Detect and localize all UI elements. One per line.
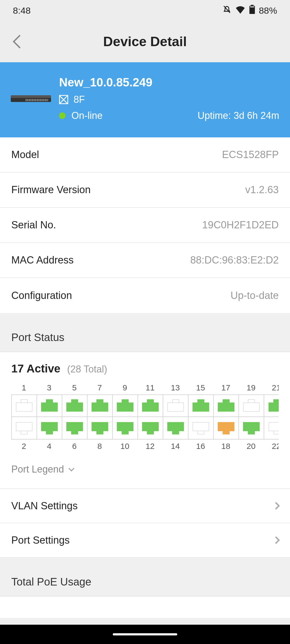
port-legend-toggle[interactable]: Port Legend (11, 451, 279, 480)
port-cell[interactable] (189, 395, 214, 417)
device-details-list: Model ECS1528FP Firmware Version v1.2.63… (0, 137, 290, 313)
ethernet-port-icon (243, 400, 260, 412)
section-header-port-status: Port Status (0, 313, 290, 352)
nav-label: Port Settings (11, 535, 70, 546)
port-cell[interactable] (37, 395, 62, 417)
ethernet-port-icon (16, 400, 32, 412)
port-cell[interactable] (163, 417, 189, 439)
port-label-bottom: 12 (137, 442, 163, 451)
svg-rect-0 (251, 5, 253, 6)
ethernet-port-icon (16, 422, 32, 434)
ethernet-port-icon (117, 400, 133, 412)
detail-value: v1.2.63 (245, 184, 279, 196)
ethernet-port-icon (41, 422, 58, 434)
port-cell[interactable] (88, 417, 113, 439)
port-cell[interactable] (264, 395, 279, 417)
detail-label: Serial No. (11, 219, 56, 231)
port-label-top: 15 (188, 383, 213, 392)
port-cell[interactable] (138, 417, 163, 439)
port-cell[interactable] (12, 395, 37, 417)
port-label-top: 13 (163, 383, 188, 392)
ethernet-port-icon (117, 422, 133, 434)
status-bar: 8:48 88% (0, 0, 290, 21)
ethernet-port-icon (66, 400, 83, 412)
port-label-bottom: 6 (62, 442, 87, 451)
detail-row-model: Model ECS1528FP (0, 137, 290, 173)
port-label-top: 7 (87, 383, 112, 392)
ethernet-port-icon (269, 400, 279, 412)
port-cell[interactable] (62, 395, 88, 417)
ethernet-port-icon (243, 422, 260, 434)
port-cell[interactable] (239, 395, 264, 417)
nav-port-settings[interactable]: Port Settings (0, 523, 290, 558)
nav-label: VLAN Settings (11, 500, 78, 512)
port-cell[interactable] (37, 417, 62, 439)
ethernet-port-icon (193, 422, 209, 434)
svg-rect-2 (250, 6, 254, 7)
detail-value: 19C0H2F1D2ED (202, 219, 279, 231)
port-label-bottom: 4 (37, 442, 62, 451)
system-nav-bar[interactable] (0, 625, 290, 644)
port-cell[interactable] (138, 395, 163, 417)
battery-icon (249, 5, 255, 16)
status-time: 8:48 (13, 5, 31, 16)
detail-label: Model (11, 149, 39, 160)
device-name: New_10.0.85.249 (59, 76, 279, 89)
ethernet-port-icon (167, 400, 184, 412)
home-pill-icon (113, 633, 177, 635)
port-label-top: 21 (264, 383, 279, 392)
port-label-bottom: 10 (112, 442, 137, 451)
port-cell[interactable] (163, 395, 189, 417)
chevron-down-icon (68, 466, 75, 472)
ethernet-port-icon (92, 400, 108, 412)
settings-nav-list: VLAN Settings Port Settings (0, 488, 290, 558)
port-cell[interactable] (214, 395, 239, 417)
ethernet-port-icon (92, 422, 108, 434)
port-label-bottom: 22 (264, 442, 279, 451)
nav-vlan-settings[interactable]: VLAN Settings (0, 489, 290, 523)
port-cell[interactable] (189, 417, 214, 439)
ethernet-port-icon (269, 422, 279, 434)
detail-label: MAC Address (11, 254, 74, 266)
port-count-row: 17 Active (28 Total) (11, 362, 279, 375)
ethernet-port-icon (218, 400, 234, 412)
ethernet-port-icon (41, 400, 58, 412)
detail-row-config: Configuration Up-to-date (0, 278, 290, 313)
device-status: On-line (59, 110, 103, 121)
port-label-top: 9 (112, 383, 137, 392)
port-label-bottom: 8 (87, 442, 112, 451)
port-grid[interactable]: 13579111315171921 246810121416182022 (11, 383, 279, 451)
device-banner: New_10.0.85.249 8F On-line Uptime: 3d 6h… (0, 62, 290, 137)
mute-icon (222, 5, 231, 16)
port-label-bottom: 16 (188, 442, 213, 451)
port-label-top: 17 (213, 383, 238, 392)
device-location: 8F (74, 94, 85, 105)
page-title: Device Detail (11, 34, 279, 49)
port-cell[interactable] (214, 417, 239, 439)
detail-value: 88:DC:96:83:E2:D2 (190, 254, 279, 266)
chevron-right-icon (272, 502, 280, 510)
port-cell[interactable] (239, 417, 264, 439)
port-status-block: 17 Active (28 Total) 13579111315171921 2… (0, 352, 290, 488)
port-cell[interactable] (113, 417, 138, 439)
ethernet-port-icon (167, 422, 184, 434)
port-cell[interactable] (264, 417, 279, 439)
app-header: Device Detail (0, 21, 290, 62)
device-image (11, 95, 51, 102)
port-cell[interactable] (113, 395, 138, 417)
port-cell[interactable] (12, 417, 37, 439)
port-total-count: (28 Total) (67, 364, 107, 375)
port-cell[interactable] (88, 395, 113, 417)
topology-icon (59, 95, 68, 104)
detail-label: Firmware Version (11, 184, 91, 196)
detail-row-serial: Serial No. 19C0H2F1D2ED (0, 208, 290, 243)
detail-row-mac: MAC Address 88:DC:96:83:E2:D2 (0, 243, 290, 278)
detail-label: Configuration (11, 290, 72, 301)
port-cell[interactable] (62, 417, 88, 439)
port-label-bottom: 2 (11, 442, 37, 451)
section-header-poe: Total PoE Usage (0, 558, 290, 597)
port-active-count: 17 Active (11, 362, 60, 375)
port-label-top: 3 (37, 383, 62, 392)
device-status-text: On-line (71, 110, 103, 121)
status-dot-icon (59, 112, 66, 119)
